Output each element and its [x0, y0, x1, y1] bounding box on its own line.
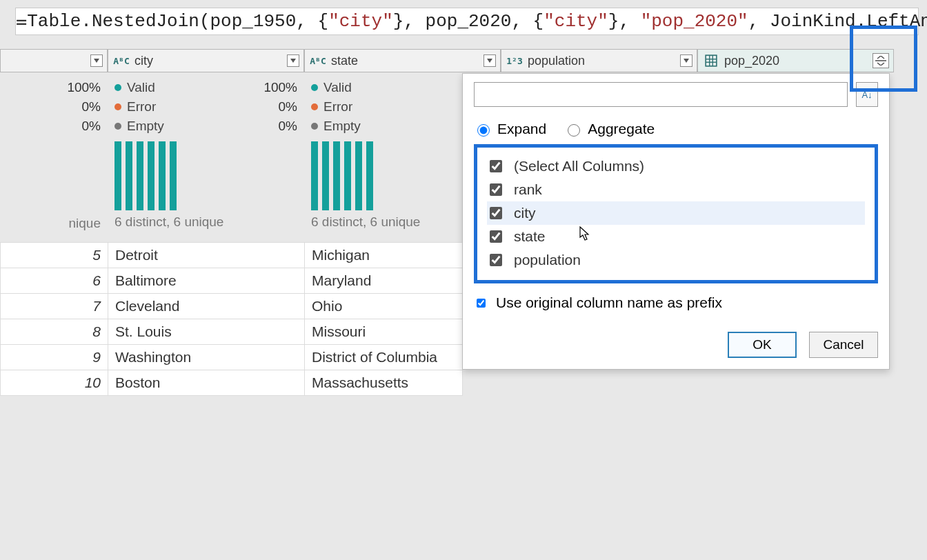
- table-row[interactable]: 8St. LouisMissouri: [1, 319, 463, 345]
- select-all-label: (Select All Columns): [514, 158, 644, 174]
- data-table: 5DetroitMichigan6BaltimoreMaryland7Cleve…: [0, 242, 463, 396]
- cell-city[interactable]: Boston: [108, 370, 305, 396]
- empty-dot-icon: [311, 123, 318, 130]
- stat-empty-label: Empty: [127, 117, 164, 136]
- valid-dot-icon: [311, 84, 318, 91]
- formula-bar[interactable]: = Table.NestedJoin(pop_1950, {"city"}, p…: [15, 8, 919, 35]
- table-row[interactable]: 10BostonMassachusetts: [1, 370, 463, 396]
- aggregate-radio-label: Aggregate: [588, 121, 655, 137]
- table-row[interactable]: 9WashingtonDistrict of Columbia: [1, 345, 463, 370]
- column-header-population-label: population: [528, 54, 585, 68]
- stat-error-label: Error: [323, 97, 352, 117]
- cell-city[interactable]: Baltimore: [108, 268, 305, 294]
- columns-checklist: (Select All Columns) rankcitystatepopula…: [474, 144, 878, 283]
- cell-state[interactable]: Michigan: [305, 243, 463, 268]
- cell-rank[interactable]: 9: [1, 345, 108, 370]
- column-checkbox-label: population: [514, 252, 581, 268]
- cell-state[interactable]: Ohio: [305, 294, 463, 319]
- column-header-rank[interactable]: [0, 49, 108, 72]
- aggregate-radio[interactable]: Aggregate: [564, 121, 655, 137]
- filter-dropdown-icon[interactable]: [287, 54, 299, 67]
- column-header-state-label: state: [331, 54, 358, 68]
- stat-distinct: nique: [7, 216, 101, 231]
- cell-city[interactable]: Detroit: [108, 243, 305, 268]
- prefix-checkbox[interactable]: [477, 299, 486, 308]
- expand-radio-input[interactable]: [477, 124, 490, 137]
- table-row[interactable]: 6BaltimoreMaryland: [1, 268, 463, 294]
- ok-button[interactable]: OK: [728, 332, 797, 358]
- formula-text[interactable]: Table.NestedJoin(pop_1950, {"city"}, pop…: [27, 11, 927, 32]
- stat-empty-pct: 0%: [82, 117, 101, 136]
- column-checkbox[interactable]: [490, 183, 502, 196]
- column-header-city-label: city: [134, 54, 153, 68]
- formula-equals: =: [16, 11, 27, 32]
- empty-dot-icon: [114, 123, 121, 130]
- stat-error-pct: 0%: [82, 97, 101, 117]
- error-dot-icon: [114, 103, 121, 110]
- column-header-city[interactable]: AᴮC city: [108, 49, 304, 72]
- column-checkbox-row[interactable]: population: [487, 248, 865, 272]
- expand-radio[interactable]: Expand: [474, 121, 546, 137]
- stat-valid-label: Valid: [127, 78, 155, 97]
- valid-dot-icon: [114, 84, 121, 91]
- column-header-population[interactable]: 1²3 population: [501, 49, 697, 72]
- column-header-pop2020-label: pop_2020: [724, 54, 779, 68]
- column-checkbox[interactable]: [490, 230, 502, 243]
- ok-button-label: OK: [752, 337, 771, 352]
- stat-distinct: 6 distinct, 6 unique: [114, 214, 297, 230]
- expand-column-button[interactable]: [873, 53, 889, 68]
- cell-rank[interactable]: 10: [1, 370, 108, 396]
- column-header-pop2020[interactable]: pop_2020: [697, 49, 894, 72]
- filter-dropdown-icon[interactable]: [90, 54, 103, 67]
- column-checkbox-label: city: [514, 205, 536, 221]
- filter-dropdown-icon[interactable]: [680, 54, 692, 67]
- stat-valid-pct: 100%: [263, 78, 297, 97]
- cell-rank[interactable]: 7: [1, 294, 108, 319]
- prefix-label: Use original column name as prefix: [496, 294, 722, 311]
- stat-empty-label: Empty: [323, 117, 361, 136]
- expand-columns-panel: A↓ Expand Aggregate (Select All Columns)…: [462, 73, 890, 370]
- select-all-checkbox[interactable]: [490, 160, 502, 172]
- cell-city[interactable]: Cleveland: [108, 294, 305, 319]
- cell-state[interactable]: Massachusetts: [305, 370, 463, 396]
- cell-rank[interactable]: 5: [1, 243, 108, 268]
- stat-valid-label: Valid: [323, 78, 352, 97]
- column-header-row: AᴮC city AᴮC state 1²3 population pop_20…: [0, 49, 894, 72]
- sort-columns-button[interactable]: A↓: [856, 82, 878, 107]
- table-type-icon: [704, 53, 719, 68]
- column-checkbox-row[interactable]: rank: [487, 178, 865, 201]
- column-checkbox-row[interactable]: city: [487, 201, 865, 225]
- column-checkbox-label: rank: [514, 181, 542, 198]
- svg-rect-0: [706, 55, 717, 66]
- stat-empty-pct: 0%: [279, 117, 297, 136]
- cell-state[interactable]: District of Columbia: [305, 345, 463, 370]
- sort-icon: A↓: [861, 90, 872, 100]
- select-all-checkbox-row[interactable]: (Select All Columns): [487, 154, 865, 178]
- stat-block-city: Valid100% Error0% Empty0% 6 distinct, 6 …: [108, 72, 304, 232]
- cancel-button[interactable]: Cancel: [809, 332, 878, 358]
- search-columns-input[interactable]: [474, 82, 848, 107]
- stat-valid-pct: 100%: [67, 78, 101, 97]
- aggregate-radio-input[interactable]: [568, 124, 580, 137]
- column-checkbox[interactable]: [490, 207, 502, 219]
- column-checkbox[interactable]: [490, 254, 502, 266]
- filter-dropdown-icon[interactable]: [484, 54, 496, 67]
- cell-rank[interactable]: 6: [1, 268, 108, 294]
- error-dot-icon: [311, 103, 318, 110]
- number-type-icon: 1²3: [507, 53, 522, 68]
- column-checkbox-label: state: [514, 228, 546, 245]
- stat-block-rank: 100% 0% 0% nique: [0, 72, 108, 234]
- table-row[interactable]: 5DetroitMichigan: [1, 243, 463, 268]
- cancel-button-label: Cancel: [823, 337, 864, 352]
- expand-mode-radios: Expand Aggregate: [474, 121, 878, 137]
- table-row[interactable]: 7ClevelandOhio: [1, 294, 463, 319]
- column-header-state[interactable]: AᴮC state: [304, 49, 501, 72]
- cell-state[interactable]: Missouri: [305, 319, 463, 345]
- cell-state[interactable]: Maryland: [305, 268, 463, 294]
- cell-city[interactable]: Washington: [108, 345, 305, 370]
- distribution-bars: [114, 141, 297, 210]
- stat-error-pct: 0%: [279, 97, 297, 117]
- cell-rank[interactable]: 8: [1, 319, 108, 345]
- column-checkbox-row[interactable]: state: [487, 225, 865, 248]
- cell-city[interactable]: St. Louis: [108, 319, 305, 345]
